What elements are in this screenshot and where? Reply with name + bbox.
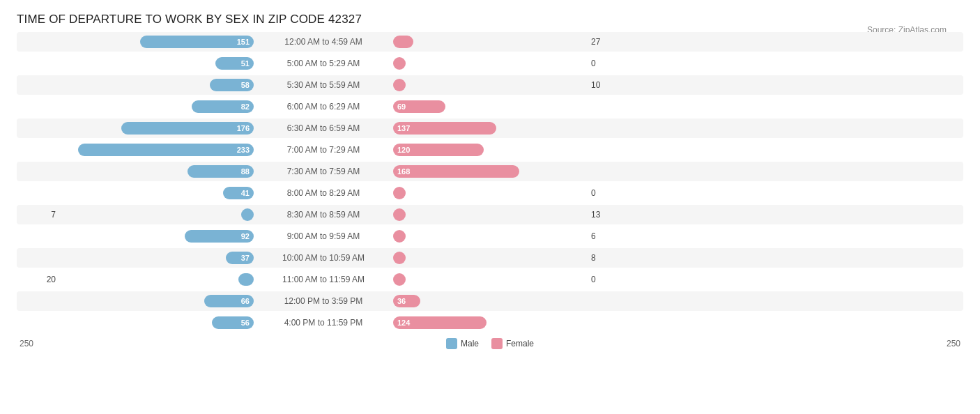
female-bar: 137 — [393, 122, 496, 135]
female-label: Female — [506, 339, 534, 348]
chart-footer: 250 Male Female 250 — [17, 338, 963, 349]
male-bar-label: 37 — [241, 254, 250, 262]
chart-row: 88 7:30 AM to 7:59 AM 168 — [17, 162, 963, 181]
scale-right: 250 — [947, 339, 960, 348]
female-bar: 69 — [393, 100, 445, 113]
chart-row: 82 6:00 AM to 6:29 AM 69 — [17, 97, 963, 116]
male-bar-label: 82 — [241, 102, 250, 111]
chart-row: 176 6:30 AM to 6:59 AM 137 — [17, 118, 963, 138]
female-bar-label: 124 — [397, 319, 410, 327]
legend: Male Female — [446, 338, 534, 349]
male-swatch — [446, 338, 457, 349]
female-bar — [393, 252, 406, 264]
male-label: Male — [461, 339, 479, 348]
legend-male: Male — [446, 338, 479, 349]
male-bar: 58 — [210, 79, 254, 91]
time-label: 9:00 AM to 9:59 AM — [254, 231, 393, 241]
male-bar: 41 — [223, 187, 254, 199]
male-value: 7 — [17, 210, 59, 220]
female-value: 6 — [588, 231, 623, 241]
time-label: 8:30 AM to 8:59 AM — [254, 210, 393, 220]
female-bar — [393, 36, 413, 48]
female-value: 27 — [588, 37, 623, 47]
male-bar: 66 — [204, 295, 254, 307]
male-bar-label: 58 — [241, 81, 250, 89]
chart-row: 51 5:00 AM to 5:29 AM 0 — [17, 54, 963, 73]
chart-row: 92 9:00 AM to 9:59 AM 6 — [17, 227, 963, 246]
time-label: 5:30 AM to 5:59 AM — [254, 80, 393, 90]
chart-row: 37 10:00 AM to 10:59 AM 8 — [17, 248, 963, 268]
female-bar-label: 137 — [397, 124, 410, 132]
female-bar: 124 — [393, 316, 487, 329]
male-bar: 151 — [140, 36, 254, 48]
chart-row: 66 12:00 PM to 3:59 PM 36 — [17, 291, 963, 311]
male-bar — [238, 273, 254, 286]
time-label: 10:00 AM to 10:59 AM — [254, 253, 393, 263]
male-bar-label: 88 — [241, 167, 250, 176]
chart-row: 20 11:00 AM to 11:59 AM 0 — [17, 270, 963, 289]
male-bar-label: 233 — [237, 146, 250, 154]
time-label: 6:00 AM to 6:29 AM — [254, 102, 393, 112]
female-value: 0 — [588, 188, 623, 198]
chart-row: 56 4:00 PM to 11:59 PM 124 — [17, 313, 963, 332]
female-value: 13 — [588, 210, 623, 220]
scale-left: 250 — [20, 339, 33, 348]
female-bar: 168 — [393, 165, 519, 178]
male-bar: 176 — [121, 122, 254, 135]
male-bar-label: 151 — [237, 38, 250, 46]
male-value: 20 — [17, 275, 59, 284]
legend-female: Female — [491, 338, 534, 349]
male-bar-label: 41 — [241, 189, 250, 197]
male-bar: 92 — [185, 230, 254, 243]
female-bar: 120 — [393, 144, 484, 156]
time-label: 4:00 PM to 11:59 PM — [254, 318, 393, 328]
chart-area: 151 12:00 AM to 4:59 AM 27 51 5:00 AM to… — [17, 32, 963, 349]
female-bar — [393, 79, 406, 91]
male-bar: 233 — [78, 144, 254, 156]
female-bar-label: 120 — [397, 146, 410, 154]
time-label: 5:00 AM to 5:29 AM — [254, 59, 393, 68]
male-bar-label: 92 — [241, 232, 250, 240]
male-bar: 37 — [226, 252, 254, 264]
chart-row: 7 8:30 AM to 8:59 AM 13 — [17, 205, 963, 224]
chart-row: 233 7:00 AM to 7:29 AM 120 — [17, 140, 963, 160]
female-value: 0 — [588, 59, 623, 68]
time-label: 7:00 AM to 7:29 AM — [254, 145, 393, 155]
male-bar-label: 66 — [241, 297, 250, 305]
time-label: 6:30 AM to 6:59 AM — [254, 123, 393, 133]
male-bar-label: 56 — [241, 319, 250, 327]
female-value: 8 — [588, 253, 623, 263]
female-bar — [393, 57, 406, 70]
time-label: 8:00 AM to 8:29 AM — [254, 188, 393, 198]
chart-row: 41 8:00 AM to 8:29 AM 0 — [17, 183, 963, 203]
female-bar — [393, 208, 406, 221]
chart-row: 151 12:00 AM to 4:59 AM 27 — [17, 32, 963, 52]
chart-title: TIME OF DEPARTURE TO WORK BY SEX IN ZIP … — [17, 13, 963, 26]
time-label: 11:00 AM to 11:59 AM — [254, 275, 393, 284]
female-value: 0 — [588, 275, 623, 284]
female-bar-label: 69 — [397, 102, 406, 111]
male-bar: 51 — [215, 57, 254, 70]
female-bar — [393, 273, 406, 286]
female-bar — [393, 230, 406, 243]
male-bar — [241, 208, 254, 221]
time-label: 12:00 AM to 4:59 AM — [254, 37, 393, 47]
male-bar-label: 176 — [237, 124, 250, 132]
female-swatch — [491, 338, 503, 349]
male-bar: 56 — [212, 316, 254, 329]
male-bar: 82 — [192, 100, 254, 113]
female-bar — [393, 187, 406, 199]
chart-row: 58 5:30 AM to 5:59 AM 10 — [17, 75, 963, 95]
male-bar: 88 — [187, 165, 254, 178]
female-bar: 36 — [393, 295, 420, 307]
female-value: 10 — [588, 80, 623, 90]
female-bar-label: 168 — [397, 167, 410, 176]
female-bar-label: 36 — [397, 297, 406, 305]
male-bar-label: 51 — [241, 59, 250, 68]
time-label: 7:30 AM to 7:59 AM — [254, 167, 393, 176]
time-label: 12:00 PM to 3:59 PM — [254, 296, 393, 306]
